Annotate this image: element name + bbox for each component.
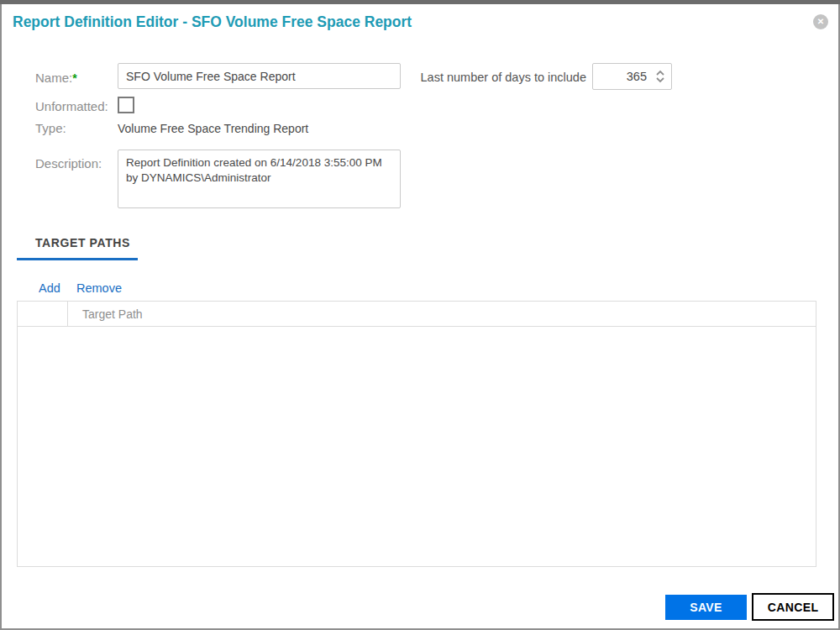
remove-link[interactable]: Remove [76,281,122,295]
type-label: Type: [35,121,66,135]
spinner-updown-icon[interactable] [655,70,665,83]
active-tab-indicator [17,258,138,260]
close-button[interactable]: ✕ [813,14,828,29]
table-body-empty[interactable] [18,327,816,567]
dialog-frame: Report Definition Editor - SFO Volume Fr… [0,4,840,630]
add-link[interactable]: Add [39,281,60,295]
dialog-title: Report Definition Editor - SFO Volume Fr… [13,13,412,31]
table-header-row: Target Path [18,302,816,327]
days-spinner[interactable] [592,63,672,90]
type-value: Volume Free Space Trending Report [118,122,308,135]
days-input[interactable] [593,69,648,84]
tab-target-paths[interactable]: TARGET PATHS [35,236,130,249]
unformatted-checkbox[interactable] [118,97,134,113]
name-label: Name:* [35,71,77,85]
days-to-include-label: Last number of days to include [405,71,586,84]
description-textarea[interactable]: Report Definition created on 6/14/2018 3… [118,150,401,208]
required-asterisk: * [72,71,76,85]
table-header-select-column [18,302,68,326]
target-paths-table: Target Path [17,301,816,567]
save-button[interactable]: SAVE [665,595,747,620]
unformatted-label: Unformatted: [35,99,108,113]
description-label: Description: [35,156,102,171]
close-icon: ✕ [817,18,824,26]
report-definition-editor-dialog: Report Definition Editor - SFO Volume Fr… [0,0,840,630]
name-input[interactable] [118,63,401,89]
cancel-button[interactable]: CANCEL [752,593,834,621]
table-header-target-path: Target Path [68,302,816,326]
